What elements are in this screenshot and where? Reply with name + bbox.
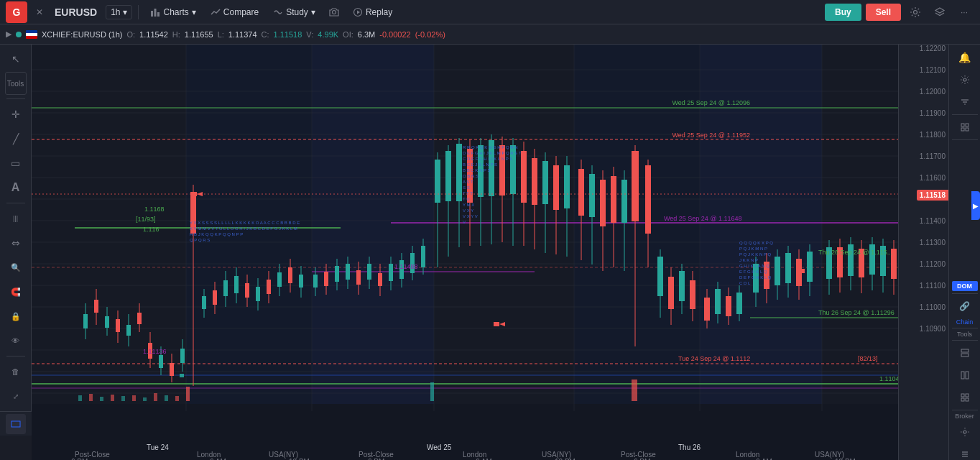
sell-button[interactable]: Sell [866,4,901,21]
left-toolbar: ↖ Tools ✛ ╱ ▭ A ||| ⇔ 🔍 🧲 🔒 👁 🗑 ⤢ [0,45,32,411]
timeframe-selector[interactable]: 1h ▾ [106,5,132,19]
dom-badge[interactable]: DOM [952,281,978,291]
topbar-right: Buy Sell ··· [825,2,974,22]
price-level-12: 1.11000 [920,303,946,311]
alert-icon[interactable]: 🔔 [955,47,975,68]
panel-sep-4 [952,328,978,328]
svg-rect-265 [961,128,964,131]
settings2-icon[interactable] [955,70,975,90]
tools-icon[interactable]: Tools [5,72,27,95]
tools-label[interactable]: Tools [957,331,972,338]
svg-rect-271 [961,394,964,397]
svg-rect-172 [775,257,780,285]
separator-1 [6,98,25,99]
grid2-icon[interactable] [955,343,975,363]
separator-2 [6,203,25,203]
rectangle-tool[interactable]: ▭ [4,152,27,175]
text-tool[interactable]: A [4,176,27,199]
svg-rect-92 [324,272,328,286]
filter-icon[interactable] [955,92,975,112]
close-icon[interactable]: ✕ [33,6,46,19]
lock-tool[interactable]: 🔒 [4,305,27,328]
divider-1 [138,5,139,19]
zoom-tool[interactable]: 🔍 [4,256,27,279]
compare-button[interactable]: Compare [205,4,264,20]
svg-rect-270 [966,372,969,379]
svg-rect-218 [121,396,125,401]
svg-rect-130 [532,158,537,205]
svg-text:1.1104: 1.1104 [879,375,898,382]
svg-rect-178 [807,252,813,282]
svg-text:D E F G H K L Q: D E F G H K L Q [739,275,772,280]
svg-text:V X Y: V X Y [463,208,473,213]
price-level-10: 1.11200 [920,260,946,268]
svg-rect-266 [966,128,969,131]
layers-icon[interactable] [930,2,950,22]
grid3-icon[interactable] [955,365,975,385]
svg-rect-268 [961,354,969,356]
crosshair-tool[interactable]: ✛ [4,103,27,126]
expand-arrow[interactable]: ▶ [6,29,11,39]
trash-tool[interactable]: 🗑 [4,360,27,383]
expand-icon[interactable]: ⤢ [4,385,27,408]
svg-text:B C E J K L N P S: B C E J K L N P S [463,162,497,167]
svg-rect-160 [704,298,710,321]
camera-button[interactable] [324,2,344,22]
magnet-tool[interactable]: 🧲 [4,280,27,303]
svg-text:Wed 25 Sep 24 @ 1.12096: Wed 25 Sep 24 @ 1.12096 [672,99,750,106]
trendline-tool[interactable]: ╱ [4,127,27,150]
panel-sep-2 [952,139,978,140]
settings-icon[interactable] [905,2,925,22]
svg-rect-54 [116,319,120,332]
svg-rect-62 [159,355,163,368]
measure-tool[interactable]: ⇔ [4,231,27,254]
panel-sep-6 [952,410,978,410]
svg-rect-223 [175,396,179,401]
price-level-13: 1.10900 [920,325,946,333]
svg-text:1.11136: 1.11136 [143,348,167,355]
date-tue-24: Tue 24 [147,443,169,451]
svg-rect-150 [645,165,651,234]
svg-text:[11/93]: [11/93] [136,216,156,223]
svg-rect-263 [961,124,964,126]
panel-sep-1 [952,114,978,115]
broker-settings-icon[interactable] [955,422,975,442]
link-icon[interactable]: 🔗 [955,296,975,316]
svg-rect-50 [94,300,98,313]
grid1-icon[interactable] [955,117,975,137]
cursor-tool[interactable]: ↖ [4,47,27,70]
svg-text:Wed 25 Sep 24 @ 1.11648: Wed 25 Sep 24 @ 1.11648 [664,215,742,222]
separator-3 [6,356,25,356]
grid4-icon[interactable] [955,387,975,408]
chart-row: Wed 25 Sep 24 @ 1.12096 [13/83] Wed 25 S… [32,45,980,460]
right-panel: 🔔 ▶ DOM 🔗 Chain [948,45,980,460]
charts-button[interactable]: Charts ▾ [144,4,201,20]
svg-rect-96 [346,264,350,280]
svg-rect-72 [213,290,217,305]
price-level-3: 1.12000 [920,88,946,96]
price-level-6: 1.11700 [920,152,946,160]
svg-rect-104 [389,264,393,281]
study-button[interactable]: Study ▾ [267,4,321,20]
price-level-8: 1.11400 [920,217,946,225]
svg-rect-232 [799,269,805,273]
svg-text:J K K N P: J K K N P [739,258,758,262]
svg-rect-56 [126,325,131,336]
eye-tool[interactable]: 👁 [4,329,27,352]
collapse-arrow[interactable]: ▶ [971,191,980,220]
svg-rect-224 [186,387,190,401]
svg-rect-76 [234,276,239,293]
broker-label[interactable]: Broker [955,413,974,420]
chart-canvas[interactable]: Wed 25 Sep 24 @ 1.12096 [13/83] Wed 25 S… [32,45,898,460]
panel-sep-5 [952,340,978,341]
symbol-display[interactable]: EURUSD [55,6,97,18]
replay-button[interactable]: Replay [347,4,398,20]
live-dot [16,32,22,37]
chart-type-bar[interactable] [6,414,26,434]
buy-button[interactable]: Buy [825,4,861,21]
svg-rect-88 [299,275,303,288]
broker-list-icon[interactable] [955,444,975,460]
chain-label[interactable]: Chain [956,318,974,326]
more-icon[interactable]: ··· [954,2,974,22]
fib-tool[interactable]: ||| [4,207,27,230]
